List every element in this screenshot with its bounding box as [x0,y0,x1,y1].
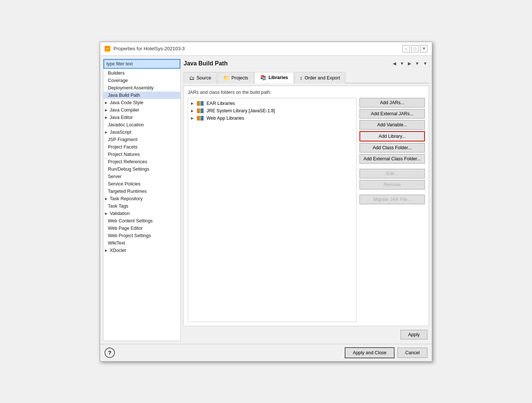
sidebar-item-label: Run/Debug Settings [108,167,149,172]
add-class-folder-button[interactable]: Add Class Folder... [359,143,425,153]
sidebar-item-wikitext[interactable]: WikiText [103,239,180,247]
sidebar-item-deployment-assembly[interactable]: Deployment Assembly [103,84,180,92]
svg-rect-2 [197,101,200,106]
sidebar: BuildersCoverageDeployment AssemblyJava … [103,59,181,341]
sidebar-item-java-code-style[interactable]: ▶Java Code Style [103,99,180,106]
source-tab-icon: 🗂 [189,75,194,81]
sidebar-item-javadoc-location[interactable]: Javadoc Location [103,121,180,129]
tree-item-ear-libraries[interactable]: ▶EAR Libraries [190,100,355,107]
sidebar-item-service-policies[interactable]: Service Policies [103,180,180,188]
expand-arrow-icon: ▶ [105,101,108,105]
tree-expand-icon: ▶ [191,116,195,120]
sidebar-item-coverage[interactable]: Coverage [103,77,180,84]
content-split: ▶EAR Libraries▶JRE System Library [JavaS… [188,98,425,322]
sidebar-item-server[interactable]: Server [103,173,180,180]
add-external-jars-button[interactable]: Add External JARs... [359,109,425,119]
sidebar-item-run-debug-settings[interactable]: Run/Debug Settings [103,165,180,173]
nav-back-dropdown[interactable]: ▼ [398,60,406,67]
expand-arrow-icon: ▶ [105,108,108,112]
tab-libraries[interactable]: 📚Libraries [255,72,294,83]
expand-arrow-icon: ▶ [105,249,108,252]
tab-source[interactable]: 🗂Source [184,72,217,83]
projects-tab-icon: 📁 [223,75,229,81]
sidebar-item-label: Task Repository [110,196,143,201]
content-description: JARs and class folders on the build path… [188,90,425,95]
sidebar-item-project-facets[interactable]: Project Facets [103,143,180,151]
svg-rect-8 [197,116,200,120]
library-icon [197,116,204,121]
content-area: JARs and class folders on the build path… [184,86,429,326]
tree-panel: ▶EAR Libraries▶JRE System Library [JavaS… [188,98,357,322]
add-external-class-folder-button[interactable]: Add External Class Folder... [359,154,425,164]
cancel-button[interactable]: Cancel [398,348,427,358]
tab-order-export[interactable]: ↕Order and Export [294,72,346,83]
nav-menu-button[interactable]: ▼ [422,60,429,67]
tree-expand-icon: ▶ [191,109,195,113]
sidebar-item-label: JSP Fragment [108,137,137,142]
edit-button[interactable]: Edit... [359,169,425,178]
sidebar-item-label: Project Natures [108,152,140,157]
sidebar-item-xdoclet[interactable]: ▶XDoclet [103,247,180,254]
help-button[interactable]: ? [105,348,115,358]
migrate-jar-button[interactable]: Migrate JAR File... [359,195,425,204]
sidebar-item-project-references[interactable]: Project References [103,158,180,165]
sidebar-item-builders[interactable]: Builders [103,69,180,77]
sidebar-item-web-page-editor[interactable]: Web Page Editor [103,225,180,232]
window-controls: − □ ✕ [402,45,427,52]
sidebar-item-label: Deployment Assembly [108,85,154,90]
sidebar-item-label: Project Facets [108,144,137,150]
minimize-button[interactable]: − [402,45,410,52]
close-button[interactable]: ✕ [420,45,427,52]
svg-rect-7 [201,109,204,113]
filter-input[interactable] [103,59,180,69]
sidebar-item-javascript[interactable]: ▶JavaScript [103,129,180,136]
tree-expand-icon: ▶ [191,102,195,105]
sidebar-item-java-build-path[interactable]: Java Build Path [103,92,180,99]
svg-rect-9 [200,116,201,120]
sidebar-item-task-tags[interactable]: Task Tags [103,202,180,210]
apply-row: Apply [184,328,429,341]
svg-rect-10 [201,116,204,120]
svg-rect-5 [197,109,200,113]
sidebar-item-task-repository[interactable]: ▶Task Repository [103,195,180,202]
apply-button[interactable]: Apply [400,330,427,339]
add-jars-button[interactable]: Add JARs... [359,98,425,107]
sidebar-item-validation[interactable]: ▶Validation [103,210,180,217]
title-bar: P Properties for HotelSys-202103-3 − □ ✕ [100,42,432,56]
tree-item-label: Web App Libraries [207,116,244,121]
add-library-button[interactable]: Add Library... [359,131,425,141]
sidebar-item-label: Targeted Runtimes [108,189,147,194]
maximize-button[interactable]: □ [411,45,419,52]
nav-forward-dropdown[interactable]: ▼ [413,60,421,67]
apply-close-button[interactable]: Apply and Close [345,347,395,358]
sidebar-item-label: Builders [108,71,125,76]
svg-rect-4 [201,101,204,106]
expand-arrow-icon: ▶ [105,197,108,201]
sidebar-item-web-project-settings[interactable]: Web Project Settings [103,232,180,239]
sidebar-item-web-content-settings[interactable]: Web Content Settings [103,217,180,225]
tab-projects[interactable]: 📁Projects [218,72,254,83]
sidebar-item-label: Web Page Editor [108,226,143,231]
nav-back-button[interactable]: ◀ [391,60,398,67]
dialog-footer: ? Apply and Close Cancel [100,344,432,361]
sidebar-item-project-natures[interactable]: Project Natures [103,151,180,158]
sidebar-item-java-editor[interactable]: ▶Java Editor [103,114,180,121]
source-tab-label: Source [197,75,211,81]
projects-tab-label: Projects [232,75,248,81]
order-export-tab-label: Order and Export [305,75,340,81]
properties-dialog: P Properties for HotelSys-202103-3 − □ ✕… [100,42,432,362]
button-spacer [359,191,425,193]
tabs-bar: 🗂Source📁Projects📚Libraries↕Order and Exp… [184,71,429,83]
sidebar-item-label: JavaScript [110,130,131,135]
nav-controls: ◀ ▼ ▶ ▼ ▼ [391,60,429,67]
sidebar-item-label: Java Code Style [110,100,143,105]
sidebar-item-jsp-fragment[interactable]: JSP Fragment [103,136,180,143]
svg-rect-6 [200,109,201,113]
sidebar-item-java-compiler[interactable]: ▶Java Compiler [103,106,180,114]
remove-button[interactable]: Remove [359,180,425,189]
nav-forward-button[interactable]: ▶ [406,60,413,67]
tree-item-web-app-libraries[interactable]: ▶Web App Libraries [190,115,355,122]
add-variable-button[interactable]: Add Variable... [359,120,425,130]
tree-item-jre-system-library[interactable]: ▶JRE System Library [JavaSE-1.8] [190,107,355,115]
sidebar-item-targeted-runtimes[interactable]: Targeted Runtimes [103,188,180,195]
